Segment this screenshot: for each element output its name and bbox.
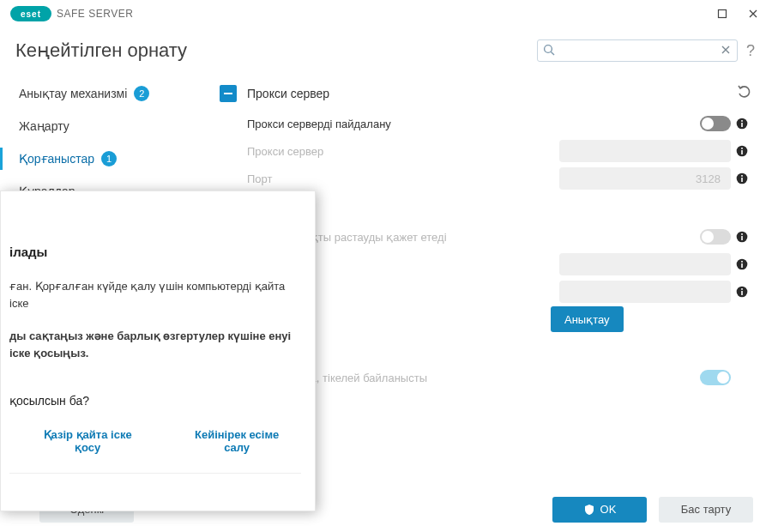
top-strip: Кеңейтілген орнату ?: [0, 27, 772, 74]
dialog-title: ілады: [9, 245, 301, 259]
dialog-text-3: іске қосыңыз.: [9, 345, 301, 362]
svg-rect-21: [741, 288, 743, 290]
cancel-button[interactable]: Бас тарту: [659, 497, 753, 523]
toggle-use-proxy[interactable]: [700, 116, 731, 131]
label-use-proxy: Прокси серверді пайдалану: [247, 118, 551, 130]
dialog-text-1: ған. Қорғалған күйде қалу үшін компьютер…: [9, 278, 301, 312]
toggle-fallback-direct: [700, 370, 731, 385]
section-title: Прокси сервер: [247, 87, 726, 100]
restart-now-button[interactable]: Қазір қайта іске қосу: [21, 428, 154, 454]
info-icon[interactable]: [731, 257, 753, 271]
shield-icon: [583, 504, 595, 516]
svg-rect-2: [719, 9, 727, 17]
svg-rect-12: [741, 175, 743, 177]
info-icon[interactable]: [731, 230, 753, 244]
window-close-icon[interactable]: [738, 2, 769, 26]
input-username: [559, 253, 731, 275]
svg-rect-18: [741, 261, 743, 263]
info-icon[interactable]: [731, 144, 753, 158]
info-icon[interactable]: [731, 172, 753, 185]
svg-rect-8: [741, 150, 743, 154]
remind-later-button[interactable]: Кейінірек есіме салу: [172, 428, 301, 454]
search-icon: [542, 43, 556, 60]
window-controls: [707, 2, 769, 26]
brand-logo: eset: [10, 6, 51, 21]
sidebar-item-label: Қорғаныстар: [19, 152, 94, 166]
svg-rect-17: [741, 263, 743, 268]
product-name: SAFE SERVER: [57, 8, 133, 20]
input-proxy-server: [559, 140, 731, 162]
sidebar-item-detection-engine[interactable]: Анықтау механизмі 2: [0, 77, 213, 110]
toggle-auth-required: [700, 229, 731, 245]
dialog-prompt: қосылсын ба?: [9, 394, 301, 408]
help-icon[interactable]: ?: [746, 42, 755, 60]
dialog-footer: [9, 473, 301, 497]
badge: 2: [134, 86, 149, 101]
dialog-text-2: ды сақтаңыз және барлық өзгертулер күшін…: [9, 328, 301, 345]
svg-point-3: [545, 45, 552, 53]
undo-icon[interactable]: [736, 83, 753, 104]
svg-rect-9: [741, 148, 743, 149]
ok-button[interactable]: OK: [552, 497, 647, 523]
window-maximize-icon[interactable]: [707, 2, 738, 26]
section-header: Прокси сервер: [220, 77, 753, 110]
svg-rect-14: [741, 236, 743, 240]
info-icon[interactable]: [731, 285, 753, 299]
row-proxy-server: Прокси сервер: [220, 137, 753, 165]
input-port: [559, 167, 731, 190]
svg-rect-6: [741, 120, 743, 122]
search-clear-icon[interactable]: [719, 43, 733, 60]
brand: eset SAFE SERVER: [10, 6, 133, 21]
sidebar-item-label: Жаңарту: [19, 119, 69, 133]
svg-rect-15: [741, 233, 743, 235]
search-box: [537, 39, 738, 62]
sidebar-item-label: Анықтау механизмі: [19, 87, 127, 100]
sidebar-item-protections[interactable]: Қорғаныстар 1: [0, 142, 213, 175]
page-title: Кеңейтілген орнату: [15, 39, 187, 62]
label-proxy-server: Прокси сервер: [247, 145, 551, 158]
row-port: Порт: [220, 165, 753, 192]
badge: 1: [101, 151, 117, 166]
ok-button-label: OK: [600, 503, 617, 516]
search-input[interactable]: [537, 39, 738, 62]
input-password: [559, 281, 731, 303]
row-use-proxy: Прокси серверді пайдалану: [220, 110, 753, 137]
svg-text:eset: eset: [21, 9, 41, 19]
svg-rect-5: [741, 123, 743, 127]
detect-button[interactable]: Анықтау: [551, 306, 624, 332]
label-port: Порт: [247, 172, 551, 185]
svg-rect-20: [741, 291, 743, 295]
titlebar: eset SAFE SERVER: [0, 0, 772, 27]
collapse-icon[interactable]: [220, 85, 237, 102]
sidebar-item-update[interactable]: Жаңарту: [0, 110, 213, 142]
info-icon[interactable]: [731, 117, 753, 130]
restart-dialog: ілады ған. Қорғалған күйде қалу үшін ком…: [0, 190, 316, 511]
svg-rect-11: [741, 178, 743, 182]
